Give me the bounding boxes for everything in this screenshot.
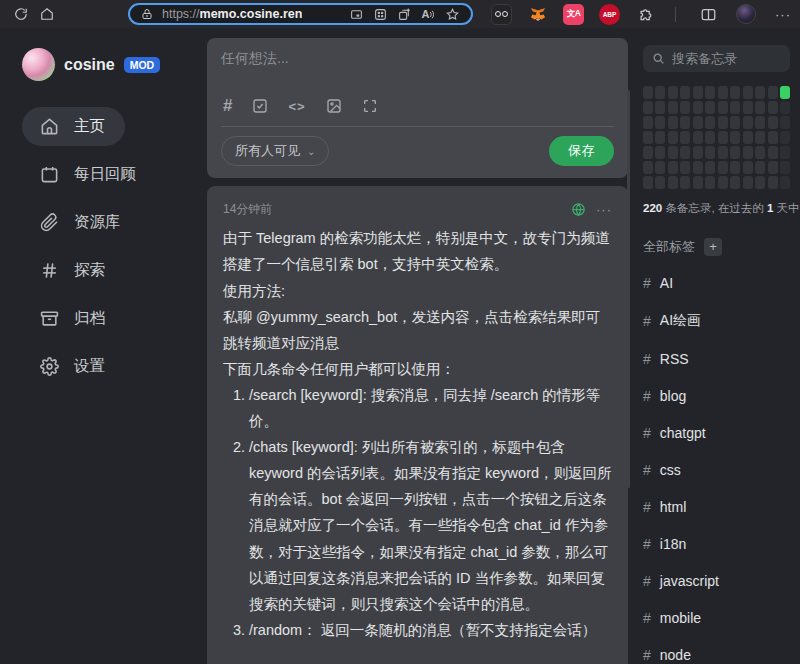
heatmap-cell[interactable] — [755, 146, 765, 159]
add-todo-button[interactable] — [252, 98, 268, 114]
heatmap-cell[interactable] — [693, 131, 703, 144]
heatmap-cell[interactable] — [730, 131, 740, 144]
heatmap-cell[interactable] — [655, 131, 665, 144]
heatmap-cell[interactable] — [668, 116, 678, 129]
heatmap-cell[interactable] — [718, 86, 728, 99]
browser-menu-button[interactable]: ··· — [771, 7, 795, 22]
heatmap-cell[interactable] — [643, 161, 653, 174]
heatmap-cell[interactable] — [780, 101, 790, 114]
heatmap-cell[interactable] — [755, 161, 765, 174]
tag-item[interactable]: #AI绘画 — [643, 312, 790, 330]
search-box[interactable] — [643, 45, 790, 72]
heatmap-cell[interactable] — [743, 86, 753, 99]
heatmap-cell[interactable] — [718, 116, 728, 129]
heatmap-cell[interactable] — [655, 86, 665, 99]
heatmap-cell[interactable] — [730, 116, 740, 129]
reload-button[interactable] — [8, 2, 34, 26]
heatmap-cell[interactable] — [668, 146, 678, 159]
heatmap-cell[interactable] — [718, 176, 728, 189]
heatmap-cell[interactable] — [768, 161, 778, 174]
scrollbar-thumb[interactable] — [627, 90, 630, 488]
heatmap-cell[interactable] — [730, 161, 740, 174]
heatmap-cell[interactable] — [730, 176, 740, 189]
heatmap-cell[interactable] — [643, 176, 653, 189]
heatmap-cell[interactable] — [755, 101, 765, 114]
heatmap-cell[interactable] — [743, 116, 753, 129]
insert-code-button[interactable]: <> — [288, 99, 305, 114]
heatmap-cell[interactable] — [655, 161, 665, 174]
heatmap-cell[interactable] — [718, 131, 728, 144]
extension-oo-icon[interactable] — [491, 4, 512, 25]
heatmap-cell[interactable] — [780, 161, 790, 174]
sidebar-item-settings[interactable]: 设置 — [22, 347, 125, 386]
heatmap-cell[interactable] — [755, 86, 765, 99]
home-button[interactable] — [34, 2, 60, 26]
heatmap-cell[interactable] — [780, 146, 790, 159]
tag-item[interactable]: #blog — [643, 388, 790, 404]
heatmap-cell[interactable] — [755, 131, 765, 144]
tag-item[interactable]: #mobile — [643, 610, 790, 626]
heatmap-cell[interactable] — [655, 146, 665, 159]
heatmap-cell[interactable] — [643, 116, 653, 129]
heatmap-cell[interactable] — [743, 131, 753, 144]
sidebar-item-daily-review[interactable]: 每日回顾 — [22, 155, 156, 194]
heatmap-cell[interactable] — [718, 161, 728, 174]
heatmap-cell[interactable] — [768, 116, 778, 129]
heatmap-cell[interactable] — [668, 161, 678, 174]
heatmap-cell[interactable] — [705, 131, 715, 144]
heatmap-cell[interactable] — [680, 176, 690, 189]
heatmap-cell[interactable] — [743, 146, 753, 159]
heatmap-cell[interactable] — [768, 176, 778, 189]
translate-extension-icon[interactable]: 文A — [563, 4, 584, 25]
heatmap-cell[interactable] — [780, 176, 790, 189]
heatmap-cell[interactable] — [718, 146, 728, 159]
address-bar[interactable]: https://memo.cosine.ren A — [128, 3, 473, 25]
heatmap-cell[interactable] — [768, 86, 778, 99]
heatmap-cell[interactable] — [768, 146, 778, 159]
heatmap-cell[interactable] — [718, 101, 728, 114]
memo-input[interactable] — [221, 50, 614, 96]
tag-item[interactable]: #chatgpt — [643, 425, 790, 441]
apps-grid-icon[interactable] — [371, 5, 389, 23]
heatmap-cell[interactable] — [693, 86, 703, 99]
heatmap-cell[interactable] — [780, 116, 790, 129]
add-tag-plus-button[interactable]: + — [704, 238, 722, 256]
heatmap-cell[interactable] — [705, 101, 715, 114]
reader-view-icon[interactable] — [347, 5, 365, 23]
heatmap-cell[interactable] — [780, 86, 790, 99]
heatmap-cell[interactable] — [730, 146, 740, 159]
heatmap-cell[interactable] — [705, 116, 715, 129]
heatmap-cell[interactable] — [680, 116, 690, 129]
heatmap-cell[interactable] — [743, 101, 753, 114]
sidebar-item-explore[interactable]: 探索 — [22, 251, 125, 290]
heatmap-cell[interactable] — [680, 86, 690, 99]
heatmap-cell[interactable] — [705, 161, 715, 174]
tag-item[interactable]: #node — [643, 647, 790, 663]
heatmap-cell[interactable] — [655, 176, 665, 189]
sidebar-item-home[interactable]: 主页 — [22, 107, 125, 146]
heatmap-cell[interactable] — [755, 176, 765, 189]
heatmap-cell[interactable] — [680, 146, 690, 159]
tag-item[interactable]: #css — [643, 462, 790, 478]
heatmap-cell[interactable] — [768, 101, 778, 114]
visibility-select[interactable]: 所有人可见 ⌄ — [221, 136, 329, 166]
heatmap-cell[interactable] — [743, 176, 753, 189]
heatmap-cell[interactable] — [730, 101, 740, 114]
favorite-star-icon[interactable] — [443, 5, 461, 23]
tag-item[interactable]: #javascript — [643, 573, 790, 589]
heatmap-cell[interactable] — [768, 131, 778, 144]
heatmap-cell[interactable] — [705, 86, 715, 99]
read-aloud-icon[interactable]: A — [419, 5, 437, 23]
adblock-plus-icon[interactable]: ABP — [599, 4, 620, 25]
heatmap-cell[interactable] — [730, 86, 740, 99]
user-banner[interactable]: cosine MOD — [22, 48, 195, 81]
heatmap-cell[interactable] — [693, 161, 703, 174]
add-tag-button[interactable]: # — [223, 96, 232, 116]
heatmap-cell[interactable] — [643, 131, 653, 144]
heatmap-cell[interactable] — [680, 161, 690, 174]
heatmap-cell[interactable] — [680, 131, 690, 144]
sidebar-item-archive[interactable]: 归档 — [22, 299, 125, 338]
heatmap-cell[interactable] — [693, 116, 703, 129]
split-screen-button[interactable] — [695, 2, 721, 26]
metamask-fox-icon[interactable] — [527, 4, 548, 25]
